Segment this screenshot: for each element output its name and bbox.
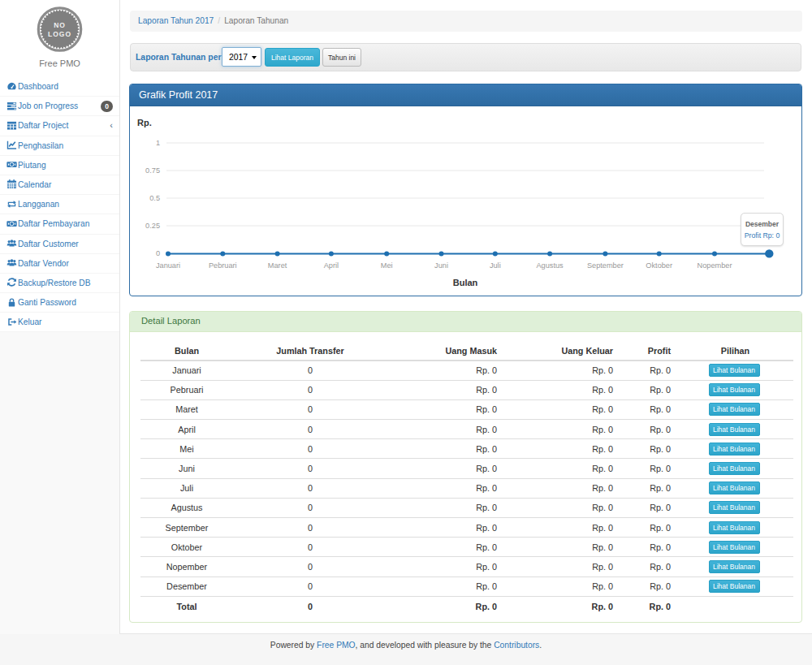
svg-text:Mei: Mei xyxy=(381,261,393,270)
svg-text:0.75: 0.75 xyxy=(145,166,160,175)
svg-text:LOGO: LOGO xyxy=(48,30,71,38)
svg-text:Pebruari: Pebruari xyxy=(209,261,237,270)
svg-text:0.25: 0.25 xyxy=(145,222,160,230)
svg-text:Januari: Januari xyxy=(156,261,180,270)
svg-text:April: April xyxy=(324,261,339,270)
svg-text:0: 0 xyxy=(156,249,160,257)
svg-text:September: September xyxy=(587,261,624,270)
svg-text:NO: NO xyxy=(54,21,66,29)
svg-text:Nopember: Nopember xyxy=(698,261,732,270)
svg-text:Juli: Juli xyxy=(490,261,501,270)
svg-text:1: 1 xyxy=(156,139,160,147)
svg-text:Rp.: Rp. xyxy=(137,118,152,127)
svg-text:Oktober: Oktober xyxy=(646,261,672,270)
svg-text:Maret: Maret xyxy=(268,261,287,270)
svg-text:Juni: Juni xyxy=(434,261,448,270)
svg-text:Agustus: Agustus xyxy=(536,261,564,270)
svg-text:Bulan: Bulan xyxy=(453,278,478,287)
svg-text:0.5: 0.5 xyxy=(149,194,160,202)
